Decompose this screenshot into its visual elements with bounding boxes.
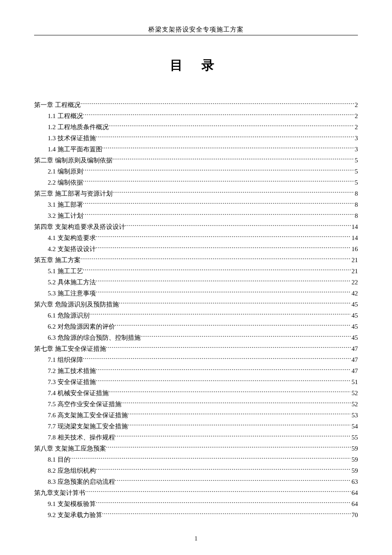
toc-entry-label: 8.3 应急预案的启动流程: [48, 477, 115, 487]
toc-entry: 1.4 施工平面布置图3: [34, 144, 358, 154]
toc-entry-label: 第五章 施工方案: [34, 255, 81, 265]
toc-entry-page: 3: [354, 133, 358, 143]
toc-entry-page: 47: [351, 344, 358, 354]
toc-entry-page: 45: [351, 310, 358, 321]
toc-entry-label: 7.4 机械安全保证措施: [48, 388, 109, 398]
toc-entry-label: 第九章支架计算书: [34, 488, 85, 498]
document-header: 桥梁支架搭设安全专项施工方案: [34, 26, 358, 35]
toc-entry-label: 1.1 工程概况: [48, 111, 83, 121]
toc-entry-label: 第三章 施工部署与资源计划: [34, 188, 112, 199]
toc-entry-page: 55: [351, 432, 358, 442]
toc-entry-page: 5: [354, 177, 358, 188]
toc-leader-dots: [112, 156, 354, 162]
toc-entry-page: 63: [351, 477, 358, 487]
toc-title: 目 录: [34, 57, 358, 74]
toc-entry: 6.1 危险源识别45: [34, 310, 358, 321]
toc-leader-dots: [112, 189, 354, 196]
toc-entry-label: 6.3 危险源的综合预防、控制措施: [48, 332, 141, 343]
toc-leader-dots: [109, 123, 354, 129]
toc-entry: 第七章 施工安全保证措施47: [34, 344, 358, 354]
toc-entry-page: 14: [351, 233, 358, 243]
toc-leader-dots: [121, 400, 351, 406]
toc-entry-page: 45: [351, 332, 358, 343]
toc-leader-dots: [96, 367, 351, 373]
toc-leader-dots: [109, 389, 351, 395]
toc-entry: 7.4 机械安全保证措施52: [34, 388, 358, 398]
toc-entry-label: 5.2 具体施工方法: [48, 277, 96, 287]
toc-entry-page: 51: [351, 377, 358, 387]
toc-leader-dots: [96, 466, 351, 473]
toc-entry-page: 5: [354, 155, 358, 165]
toc-entry-label: 4.2 支架搭设设计: [48, 244, 96, 254]
toc-entry-label: 7.6 高支架施工安全保证措施: [48, 410, 128, 420]
toc-leader-dots: [96, 289, 351, 295]
toc-entry-page: 64: [351, 488, 358, 498]
toc-leader-dots: [96, 278, 351, 284]
toc-entry-page: 22: [351, 277, 358, 287]
toc-entry-label: 第二章 编制原则及编制依据: [34, 155, 112, 165]
toc-entry-page: 42: [351, 288, 358, 298]
toc-entry-page: 59: [351, 443, 358, 454]
toc-entry: 7.5 高空作业安全保证措施52: [34, 399, 358, 409]
toc-leader-dots: [102, 511, 351, 517]
toc-leader-dots: [81, 101, 354, 107]
toc-leader-dots: [85, 489, 351, 495]
toc-leader-dots: [119, 300, 351, 306]
toc-entry: 7.2 施工技术措施47: [34, 366, 358, 376]
toc-entry: 第四章 支架构造要求及搭设设计 14: [34, 222, 358, 232]
toc-entry-label: 第七章 施工安全保证措施: [34, 344, 106, 354]
toc-entry-page: 64: [351, 499, 358, 509]
toc-entry: 7.1 组织保障47: [34, 355, 358, 365]
toc-entry-page: 47: [351, 366, 358, 376]
toc-entry: 第九章支架计算书64: [34, 488, 358, 498]
toc-leader-dots: [102, 145, 354, 151]
toc-entry-label: 7.2 施工技术措施: [48, 366, 96, 376]
toc-entry-page: 52: [351, 388, 358, 398]
toc-entry: 7.3 安全保证措施51: [34, 377, 358, 387]
toc-leader-dots: [83, 167, 354, 173]
toc-leader-dots: [96, 245, 351, 251]
toc-entry-page: 3: [354, 144, 358, 154]
toc-entry-label: 2.1 编制原则: [48, 166, 83, 176]
toc-leader-dots: [81, 256, 351, 262]
toc-entry: 9.1 支架模板验算64: [34, 499, 358, 509]
toc-entry-label: 5.3 施工注意事项: [48, 288, 96, 298]
toc-entry-label: 第一章 工程概况: [34, 100, 81, 110]
toc-entry-label: 第四章 支架构造要求及搭设设计: [34, 222, 125, 232]
toc-entry-page: 8: [354, 188, 358, 199]
toc-entry-label: 1.2 工程地质条件概况: [48, 122, 109, 132]
toc-leader-dots: [83, 112, 354, 118]
toc-leader-dots: [141, 333, 351, 340]
toc-entry-page: 8: [354, 199, 358, 210]
toc-leader-dots: [96, 378, 351, 384]
toc-leader-dots: [128, 422, 351, 428]
toc-entry: 第三章 施工部署与资源计划8: [34, 188, 358, 199]
toc-entry: 8.1 目的59: [34, 454, 358, 465]
toc-entry: 4.1 支架构造要求14: [34, 233, 358, 243]
toc-leader-dots: [70, 455, 351, 462]
toc-entry-page: 14: [351, 222, 358, 232]
toc-leader-dots: [125, 223, 351, 229]
toc-entry: 2.1 编制原则5: [34, 166, 358, 176]
toc-entry-page: 45: [351, 321, 358, 332]
toc-entry-label: 1.3 技术保证措施: [48, 133, 96, 143]
toc-entry: 7.6 高支架施工安全保证措施53: [34, 410, 358, 420]
toc-entry: 5.1 施工工艺21: [34, 266, 358, 276]
toc-entry: 7.8 相关技术、操作规程55: [34, 432, 358, 442]
toc-leader-dots: [115, 433, 351, 439]
toc-entry: 3.2 施工计划8: [34, 211, 358, 221]
toc-entry: 4.2 支架搭设设计16: [34, 244, 358, 254]
toc-entry-page: 21: [351, 255, 358, 265]
toc-entry-page: 21: [351, 266, 358, 276]
toc-entry-page: 53: [351, 410, 358, 420]
toc-entry-label: 2.2 编制依据: [48, 177, 83, 188]
toc-entry-label: 3.1 施工部署: [48, 199, 83, 210]
toc-entry: 第六章 危险源识别及预防措施45: [34, 299, 358, 309]
toc-entry: 6.3 危险源的综合预防、控制措施45: [34, 332, 358, 343]
toc-leader-dots: [106, 344, 351, 351]
toc-entry-label: 5.1 施工工艺: [48, 266, 83, 276]
toc-entry: 6.2 对危险源因素的评价45: [34, 321, 358, 332]
toc-entry-page: 54: [351, 421, 358, 431]
toc-entry: 第二章 编制原则及编制依据5: [34, 155, 358, 165]
toc-entry-page: 70: [351, 510, 358, 520]
